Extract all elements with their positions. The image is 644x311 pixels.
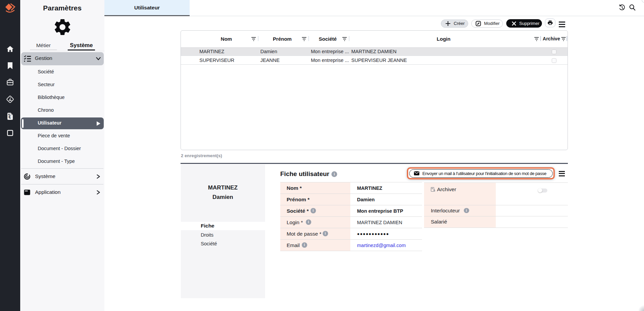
svg-text:€: € — [8, 115, 11, 119]
